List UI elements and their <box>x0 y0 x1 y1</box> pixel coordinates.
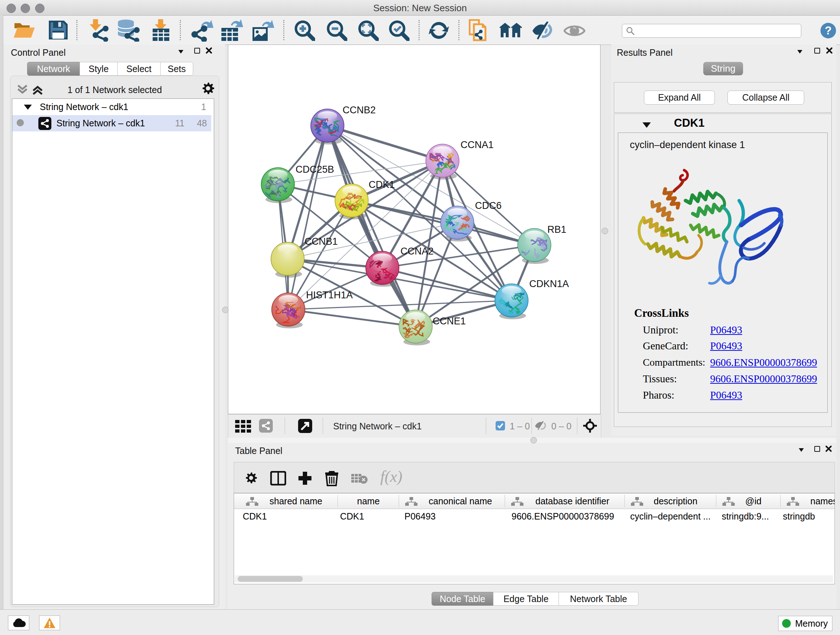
svg-text:CDC25B: CDC25B <box>295 164 334 175</box>
svg-text:CCNA1: CCNA1 <box>461 139 494 150</box>
svg-text:RB1: RB1 <box>547 224 567 235</box>
svg-text:CCNE1: CCNE1 <box>433 316 466 326</box>
svg-text:CDKN1A: CDKN1A <box>529 279 569 289</box>
svg-text:HIST1H1A: HIST1H1A <box>306 290 353 301</box>
svg-text:CCNB1: CCNB1 <box>305 236 338 247</box>
svg-text:CCNB2: CCNB2 <box>343 105 376 116</box>
svg-text:CDC6: CDC6 <box>475 200 502 211</box>
svg-text:CCNA2: CCNA2 <box>401 246 434 257</box>
svg-text:CDK1: CDK1 <box>369 179 395 190</box>
